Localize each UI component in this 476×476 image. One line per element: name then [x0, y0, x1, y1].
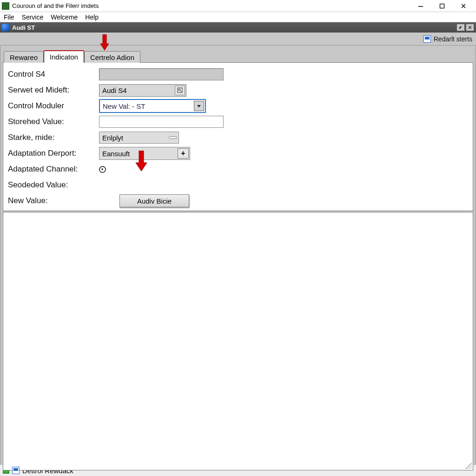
window-titlebar: Couroun of and the Filerr imdets: [0, 0, 476, 12]
toolbar-strip: Redarlt sterts: [0, 33, 476, 46]
svg-point-3: [178, 89, 180, 91]
status-doc-icon: [12, 467, 20, 474]
lookup-icon[interactable]: [175, 86, 185, 95]
close-button[interactable]: [453, 0, 474, 12]
label-starke-mide: Starke, mide:: [8, 133, 99, 142]
results-panel: [3, 212, 473, 470]
label-serwet-mideft: Serwet ed Mideft:: [8, 86, 99, 95]
field-starke-mide[interactable]: Enlplyt: [99, 132, 179, 144]
menu-service[interactable]: Service: [19, 13, 48, 22]
tab-certrelo-adion[interactable]: Certrelo Adion: [84, 51, 140, 63]
label-seodeded-value: Seodeded Value:: [8, 180, 99, 190]
app-icon: [2, 2, 9, 10]
svg-rect-1: [440, 4, 444, 8]
tab-rewareo[interactable]: Rewareo: [4, 51, 44, 63]
label-adaptation-derport: Adaptation Derport:: [8, 149, 99, 158]
inner-titlebar: Audi ST: [0, 22, 476, 33]
label-control-s4: Control S4: [8, 70, 99, 79]
menu-help[interactable]: Help: [82, 13, 103, 22]
field-control-s4: [99, 68, 224, 80]
client-area: Rewareo Indicaton Certrelo Adion Control…: [0, 46, 476, 464]
menu-bar: File Service Welceme Help: [0, 12, 476, 22]
field-adaptation-derport[interactable]: Eansuuft +: [99, 147, 190, 160]
field-serwet-mideft[interactable]: Audi S4: [99, 84, 186, 97]
minimize-button[interactable]: [410, 0, 431, 12]
form-region: Control S4 Serwet ed Mideft: Audi S4 Con…: [3, 62, 473, 211]
tab-indicaton[interactable]: Indicaton: [44, 50, 84, 63]
value-starke-mide: Enlplyt: [102, 134, 123, 142]
plus-icon[interactable]: +: [178, 148, 189, 159]
window-controls: [410, 0, 474, 12]
resize-grip-icon[interactable]: [465, 463, 472, 469]
default-sheets-link[interactable]: Redarlt sterts: [434, 35, 472, 43]
label-storehed-value: Storehed Value:: [8, 117, 99, 126]
maximize-button[interactable]: [431, 0, 453, 12]
inner-app-icon: [2, 24, 9, 31]
field-control-moduler[interactable]: New Val: - ST: [99, 99, 206, 113]
menu-welcome[interactable]: Welceme: [48, 13, 82, 22]
svg-rect-0: [418, 6, 423, 7]
label-new-value: New Value:: [8, 196, 99, 205]
inner-close-button[interactable]: [466, 24, 474, 31]
tabs-row: Rewareo Indicaton Certrelo Adion: [1, 46, 475, 62]
value-control-moduler: New Val: - ST: [103, 102, 145, 110]
action-button-audiv[interactable]: Audiv Bicie: [119, 194, 189, 207]
value-serwet-mideft: Audi S4: [102, 86, 127, 94]
inner-window-title: Audi ST: [12, 24, 35, 31]
default-sheets-icon: [423, 35, 431, 43]
label-adaptated-channel: Adaptated Channel:: [8, 165, 99, 174]
chevron-down-icon[interactable]: [194, 101, 204, 111]
pill-icon: [169, 136, 177, 139]
field-storehed-value[interactable]: [99, 116, 224, 128]
inner-restore-button[interactable]: [456, 24, 465, 31]
label-control-moduler: Control Moduler: [8, 101, 99, 111]
radio-adaptated-channel[interactable]: [99, 166, 106, 173]
value-adaptation-derport: Eansuuft: [102, 150, 130, 158]
menu-file[interactable]: File: [1, 13, 19, 22]
window-title: Couroun of and the Filerr imdets: [12, 2, 410, 9]
